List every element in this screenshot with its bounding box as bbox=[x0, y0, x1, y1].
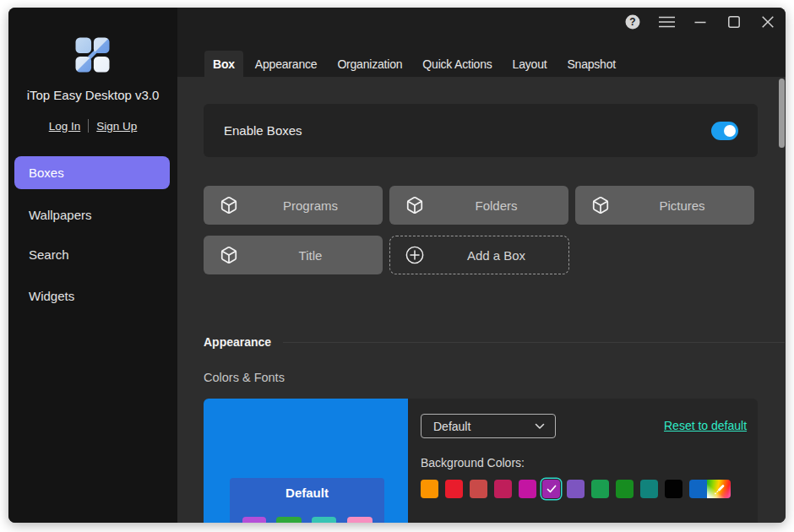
svg-text:?: ? bbox=[629, 16, 635, 28]
